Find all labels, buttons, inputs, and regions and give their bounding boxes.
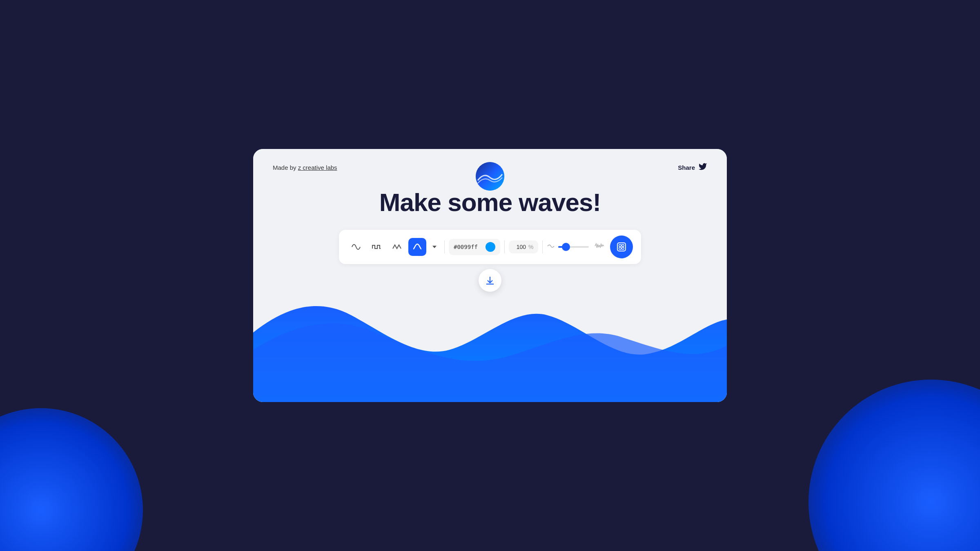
logo-svg bbox=[476, 162, 504, 191]
opacity-value[interactable]: 100 bbox=[514, 244, 526, 250]
color-picker-area[interactable]: #0099ff bbox=[449, 239, 500, 255]
wave-type-sine-button[interactable] bbox=[347, 238, 365, 256]
opacity-unit: % bbox=[528, 244, 533, 250]
svg-rect-4 bbox=[622, 244, 624, 247]
logo-container bbox=[476, 162, 504, 191]
divider-3 bbox=[542, 240, 543, 253]
amplitude-handle[interactable] bbox=[562, 243, 570, 251]
header-row: Made by z creative labs bbox=[273, 162, 707, 173]
amplitude-track[interactable] bbox=[558, 246, 589, 248]
wave-svg-container bbox=[253, 280, 727, 402]
wave-preview-area bbox=[253, 280, 727, 402]
twitter-icon[interactable] bbox=[698, 162, 707, 173]
share-text: Share bbox=[678, 164, 695, 171]
bg-blob-right bbox=[808, 380, 980, 551]
opacity-area[interactable]: 100 % bbox=[509, 240, 538, 253]
main-card: Made by z creative labs bbox=[253, 149, 727, 402]
toolbar: #0099ff 100 % bbox=[339, 230, 641, 264]
divider-2 bbox=[504, 240, 505, 253]
color-swatch[interactable] bbox=[486, 242, 495, 252]
wave-svg bbox=[253, 280, 727, 402]
card-top: Made by z creative labs bbox=[253, 149, 727, 280]
wave-type-up-button[interactable] bbox=[408, 238, 426, 256]
share-area[interactable]: Share bbox=[678, 162, 707, 173]
noise-icon bbox=[595, 242, 604, 252]
divider-1 bbox=[444, 240, 445, 253]
color-hex-input[interactable]: #0099ff bbox=[454, 244, 482, 250]
wave-type-square-button[interactable] bbox=[368, 238, 385, 256]
amplitude-min-icon bbox=[547, 243, 555, 251]
svg-rect-6 bbox=[622, 247, 624, 249]
made-by-label: Made by bbox=[273, 164, 298, 171]
export-button[interactable] bbox=[610, 236, 633, 258]
download-button[interactable] bbox=[479, 269, 501, 292]
main-title: Make some waves! bbox=[379, 188, 601, 217]
svg-rect-3 bbox=[619, 244, 621, 247]
bg-blob-left bbox=[0, 408, 143, 551]
svg-rect-2 bbox=[617, 243, 626, 251]
svg-rect-5 bbox=[619, 247, 621, 249]
logo-circle bbox=[476, 162, 504, 191]
creative-labs-link[interactable]: z creative labs bbox=[298, 164, 337, 171]
made-by-text: Made by z creative labs bbox=[273, 164, 337, 171]
wave-type-dropdown-button[interactable] bbox=[429, 238, 440, 256]
wave-type-triangle-button[interactable] bbox=[388, 238, 406, 256]
amplitude-area bbox=[547, 242, 604, 252]
